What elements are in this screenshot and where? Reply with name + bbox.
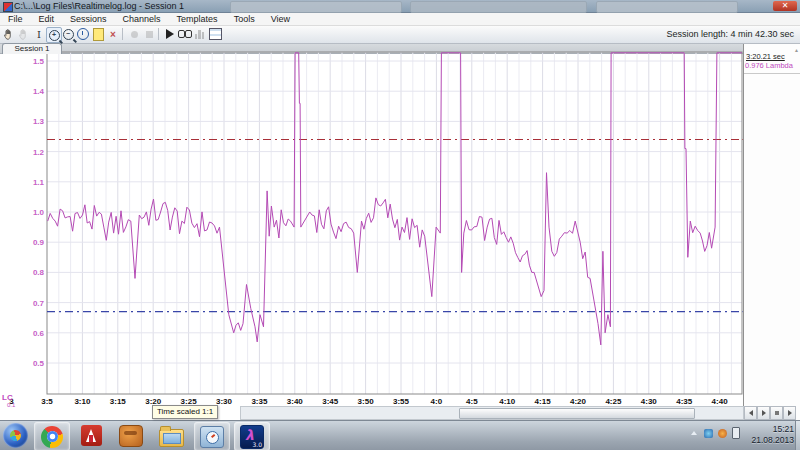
scroll-right-icon[interactable] bbox=[757, 406, 770, 420]
channel-label: LC bbox=[2, 394, 13, 402]
x-tick-label: 4:30 bbox=[641, 397, 657, 406]
app-icon-orange bbox=[119, 425, 143, 447]
x-tick-label: 3:45 bbox=[322, 397, 338, 406]
y-tick-label: 0.5 bbox=[24, 359, 44, 368]
taskbar-adobe-reader-button[interactable] bbox=[74, 422, 108, 449]
x-tick-label: 3:40 bbox=[287, 397, 303, 406]
windows-logo-icon bbox=[9, 429, 23, 443]
clock-date: 21.08.2013 bbox=[751, 435, 794, 446]
time-scale-tooltip: Time scaled 1:1 bbox=[152, 405, 218, 419]
square-glyph bbox=[775, 411, 779, 415]
start-button[interactable] bbox=[3, 423, 28, 448]
x-tick-label: 4:20 bbox=[570, 397, 586, 406]
x-tick-label: 3:30 bbox=[216, 397, 232, 406]
battery-icon[interactable] bbox=[732, 427, 740, 439]
left-arrow-glyph bbox=[749, 410, 753, 416]
x-tick-label: 4:15 bbox=[535, 397, 551, 406]
x-tick-label: 4:5 bbox=[466, 397, 478, 406]
y-tick-label: 1.2 bbox=[24, 148, 44, 157]
cursor-time-label: 3:20.21 sec bbox=[746, 52, 785, 61]
taskbar-lambda-app-button[interactable]: λ 3.0 bbox=[234, 422, 270, 450]
adobe-reader-icon bbox=[81, 425, 102, 446]
panel-separator bbox=[744, 73, 800, 74]
x-tick-label: 3:55 bbox=[393, 397, 409, 406]
plot-border bbox=[47, 52, 742, 394]
y-tick-label: 1.4 bbox=[24, 87, 44, 96]
lambda-chart-plot[interactable] bbox=[0, 0, 800, 450]
right-arrow-glyph bbox=[762, 410, 766, 416]
scroll-up-icon[interactable]: ▲ bbox=[794, 47, 799, 53]
x-tick-label: 4:35 bbox=[676, 397, 692, 406]
folder-icon bbox=[159, 429, 184, 447]
y-tick-label: 1.1 bbox=[24, 178, 44, 187]
tray-network-icon[interactable] bbox=[704, 429, 713, 438]
gauge-app-icon bbox=[200, 426, 224, 448]
x-tick-label: 3:10 bbox=[74, 397, 90, 406]
taskbar-gauge-app-button[interactable] bbox=[194, 422, 230, 450]
tray-chevron-icon[interactable] bbox=[691, 431, 697, 435]
tab-session-1[interactable]: Session 1 bbox=[2, 43, 62, 54]
y-tick-label: 1.3 bbox=[24, 117, 44, 126]
x-tick-label: 4:40 bbox=[712, 397, 728, 406]
x-tick-label: 4:10 bbox=[499, 397, 515, 406]
y-tick-label: 0.7 bbox=[24, 299, 44, 308]
show-desktop-button[interactable] bbox=[795, 421, 800, 450]
tray-app-icon[interactable] bbox=[718, 429, 727, 438]
y-tick-label: 0.9 bbox=[24, 238, 44, 247]
scroll-end-icon[interactable] bbox=[783, 406, 796, 420]
taskbar-app-button[interactable] bbox=[114, 422, 148, 449]
x-tick-label: 3:15 bbox=[110, 397, 126, 406]
cursor-value-label: 0.976 Lambda bbox=[745, 61, 793, 70]
taskbar-explorer-button[interactable] bbox=[154, 422, 188, 449]
cursor-readout-panel: 3:20.21 sec 0.976 Lambda ▲ bbox=[743, 44, 800, 420]
x-tick-label: 4:0 bbox=[431, 397, 443, 406]
y-tick-label: 0.6 bbox=[24, 329, 44, 338]
x-tick-label: 3:5 bbox=[41, 397, 53, 406]
y-tick-label: 1.5 bbox=[24, 57, 44, 66]
y-tick-label: 1.0 bbox=[24, 208, 44, 217]
x-tick-label: 3:35 bbox=[251, 397, 267, 406]
lambda-trace bbox=[48, 53, 742, 345]
desktop: C:\...\Log Files\Realtimelog.log - Sessi… bbox=[0, 0, 800, 450]
lambda-app-version: 3.0 bbox=[252, 441, 262, 448]
y-tick-label: 0.8 bbox=[24, 268, 44, 277]
taskbar-clock[interactable]: 15:21 21.08.2013 bbox=[751, 424, 794, 446]
x-tick-label: 3:50 bbox=[358, 397, 374, 406]
system-tray bbox=[691, 427, 745, 439]
taskbar-chrome-button[interactable] bbox=[34, 422, 70, 450]
scrollbar-thumb[interactable] bbox=[459, 408, 695, 419]
scroll-page-icon[interactable] bbox=[770, 406, 783, 420]
scroll-left-icon[interactable] bbox=[744, 406, 757, 420]
channel-scale-label: 0.1 bbox=[7, 402, 15, 408]
chrome-icon bbox=[41, 426, 63, 448]
taskbar: λ 3.0 15:21 21.08.2013 bbox=[0, 420, 800, 450]
lambda-app-icon: λ 3.0 bbox=[240, 425, 264, 449]
x-tick-label: 4:25 bbox=[605, 397, 621, 406]
right-arrow-glyph bbox=[788, 410, 792, 416]
horizontal-scrollbar[interactable] bbox=[240, 406, 744, 420]
clock-time: 15:21 bbox=[751, 424, 794, 435]
